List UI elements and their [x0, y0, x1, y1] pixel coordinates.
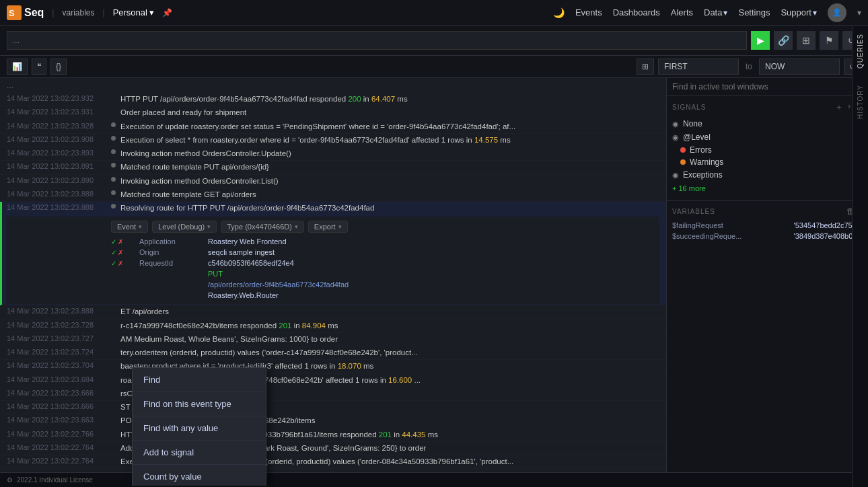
signal-exceptions[interactable]: ◉ Exceptions	[672, 168, 863, 182]
link-button[interactable]: 🔗	[774, 31, 793, 50]
warnings-dot-icon	[680, 159, 686, 165]
event-filters: Event▾ Level (Debug)▾ Type (0x4470466D)▾…	[111, 221, 653, 233]
data-nav[interactable]: Data ▾	[704, 7, 727, 17]
to-label: to	[743, 62, 755, 71]
support-nav-link[interactable]: Support	[781, 7, 811, 17]
flag-button[interactable]: ⚑	[820, 31, 838, 50]
time-from-input[interactable]	[658, 59, 739, 75]
variables-title: VARIABLES 🗑 ›	[672, 207, 863, 216]
data-nav-link[interactable]: Data	[704, 7, 722, 17]
log-row[interactable]: 14 Mar 2022 13:02:23.888 Matched route t…	[0, 188, 666, 202]
event-properties: ✓✗ Application Roastery Web Frontend ✓✗ …	[111, 237, 653, 300]
columns-button[interactable]: ⊞	[637, 59, 654, 75]
log-row[interactable]: 14 Mar 2022 13:02:23.684 roastery.order …	[0, 374, 666, 387]
signal-none[interactable]: ◉ None	[672, 117, 863, 130]
json-view-button[interactable]: {}	[50, 59, 67, 75]
signal-at-level[interactable]: ◉ @Level ∧	[672, 130, 863, 144]
signal-radio-icon: ◉	[672, 120, 679, 128]
errors-level-item[interactable]: Errors	[680, 144, 863, 156]
nav-separator: |	[52, 8, 54, 17]
theme-toggle-icon[interactable]: 🌙	[553, 7, 565, 18]
variables-link[interactable]: variables	[62, 8, 94, 17]
right-edge-tabs: QUERIES HISTORY	[852, 26, 868, 487]
prop-row-router: Roastery.Web.Router	[111, 291, 653, 300]
log-row[interactable]: 14 Mar 2022 13:02:22.764 Added 1 x produ…	[0, 442, 666, 455]
errors-dot-icon	[680, 147, 686, 153]
log-area[interactable]: ... 14 Mar 2022 13:02:23.932 HTTP PUT /a…	[0, 78, 666, 486]
log-row[interactable]: 14 Mar 2022 13:02:23.931 Order placed an…	[0, 106, 666, 120]
seq-logo-icon: S	[7, 5, 22, 20]
level-group: Errors Warnings	[680, 144, 863, 168]
prop-row-requestid: ✓✗ RequestId c546b0953f64658edf24e4	[111, 258, 653, 268]
log-row[interactable]: 14 Mar 2022 13:02:23.908 Execution of se…	[0, 134, 666, 147]
workspace-label: Personal	[113, 7, 147, 17]
app-logo: S Seq	[7, 5, 44, 20]
history-tab[interactable]: HISTORY	[857, 82, 864, 122]
event-filter-pill[interactable]: Event▾	[111, 221, 148, 233]
signals-title: SIGNALS ＋ › ⊞	[672, 102, 863, 113]
main-layout: ... 14 Mar 2022 13:02:23.932 HTTP PUT /a…	[0, 78, 868, 486]
context-add-to-signal[interactable]: Add to signal	[133, 441, 266, 465]
search-input[interactable]	[7, 31, 747, 50]
selected-log-row[interactable]: 14 Mar 2022 13:02:23.888 Resolving route…	[0, 202, 666, 305]
dashboards-nav-link[interactable]: Dashboards	[613, 7, 660, 17]
variable-row-succeeding: $succeedingReque... '3849d387e408b0c...	[672, 231, 863, 241]
variable-row-failing: $failingRequest '534547bedd2c75b...	[672, 220, 863, 231]
context-find[interactable]: Find	[133, 368, 266, 392]
log-row[interactable]: 14 Mar 2022 13:02:23.724 tery.orderitem …	[0, 346, 666, 360]
events-nav-link[interactable]: Events	[575, 7, 602, 17]
log-row[interactable]: 14 Mar 2022 13:02:23.890 Invoking action…	[0, 175, 666, 188]
log-row[interactable]: 14 Mar 2022 13:02:23.932 HTTP PUT /api/o…	[0, 93, 666, 106]
prop-row-application: ✓✗ Application Roastery Web Frontend	[111, 237, 653, 246]
context-count-by-value[interactable]: Count by value	[133, 465, 266, 486]
chart-view-button[interactable]: 📊	[7, 59, 28, 75]
app-name: Seq	[24, 7, 44, 19]
prop-row-method: PUT	[111, 269, 653, 278]
log-row[interactable]: 14 Mar 2022 13:02:23.704 baastery.produc…	[0, 360, 666, 373]
expand-signals-button[interactable]: ›	[848, 102, 851, 113]
log-row[interactable]: 14 Mar 2022 13:02:23.666 ST /api/orders/…	[0, 401, 666, 414]
queries-tab[interactable]: QUERIES	[857, 31, 864, 71]
text-view-button[interactable]: ❝	[32, 59, 46, 75]
log-row[interactable]: 14 Mar 2022 13:02:23.893 Invoking action…	[0, 147, 666, 161]
topnav-right: 🌙 Events Dashboards Alerts Data ▾ Settin…	[553, 3, 861, 22]
log-row[interactable]: 14 Mar 2022 13:02:23.928 Execution of up…	[0, 120, 666, 134]
log-row[interactable]: 14 Mar 2022 13:02:23.727 AM Medium Roast…	[0, 333, 666, 346]
context-find-any-value[interactable]: Find with any value	[133, 416, 266, 441]
right-sidebar: 🔍 SIGNALS ＋ › ⊞ ◉ None ◉ @Level ∧	[666, 78, 868, 486]
log-row[interactable]: 14 Mar 2022 13:02:23.663 POST /api/order…	[0, 414, 666, 428]
signal-radio-icon3: ◉	[672, 171, 679, 180]
log-row[interactable]: 14 Mar 2022 13:02:23.666 rsController.Ad…	[0, 387, 666, 401]
variables-section: VARIABLES 🗑 › $failingRequest '534547bed…	[667, 201, 868, 247]
grid-button[interactable]: ⊞	[797, 31, 816, 50]
sidebar-search: 🔍	[667, 78, 868, 96]
warnings-level-item[interactable]: Warnings	[680, 156, 863, 168]
support-nav[interactable]: Support ▾	[781, 7, 817, 17]
log-row[interactable]: 14 Mar 2022 13:02:23.728 r-c147a999748cf…	[0, 320, 666, 333]
log-row[interactable]: 14 Mar 2022 13:02:23.891 Matched route t…	[0, 161, 666, 174]
add-signal-button[interactable]: ＋	[835, 102, 844, 113]
avatar[interactable]: 👤	[828, 3, 846, 22]
time-to-input[interactable]	[759, 59, 840, 75]
context-find-event-type[interactable]: Find on this event type	[133, 392, 266, 416]
svg-text:S: S	[9, 8, 15, 18]
more-signals-link[interactable]: + 16 more	[672, 182, 863, 195]
log-row[interactable]: 14 Mar 2022 13:02:22.764 Execution of in…	[0, 455, 666, 469]
run-query-button[interactable]: ▶	[751, 31, 770, 50]
workspace-dropdown[interactable]: Personal ▾	[113, 7, 154, 17]
pin-icon[interactable]: 📌	[162, 8, 172, 17]
statusbar: ⚙ 2022.1 Individual License	[0, 472, 868, 487]
prop-row-origin: ✓✗ Origin seqcli sample ingest	[111, 248, 653, 257]
signals-section: SIGNALS ＋ › ⊞ ◉ None ◉ @Level ∧ Errors	[667, 96, 868, 201]
settings-nav-link[interactable]: Settings	[738, 7, 770, 17]
level-filter-pill[interactable]: Level (Debug)▾	[152, 221, 217, 233]
find-tool-input[interactable]	[672, 82, 850, 91]
workspace-arrow-icon: ▾	[149, 7, 154, 17]
alerts-nav-link[interactable]: Alerts	[671, 7, 693, 17]
type-filter-pill[interactable]: Type (0x4470466D)▾	[221, 221, 304, 233]
log-row[interactable]: 14 Mar 2022 13:02:23.888 ET /api/orders	[0, 305, 666, 319]
log-row[interactable]: 14 Mar 2022 13:02:22.766 HTTP POST /api/…	[0, 428, 666, 442]
export-filter-pill[interactable]: Export▾	[308, 221, 348, 233]
context-menu: Find Find on this event type Find with a…	[132, 367, 266, 486]
version-label: ⚙	[7, 476, 13, 484]
